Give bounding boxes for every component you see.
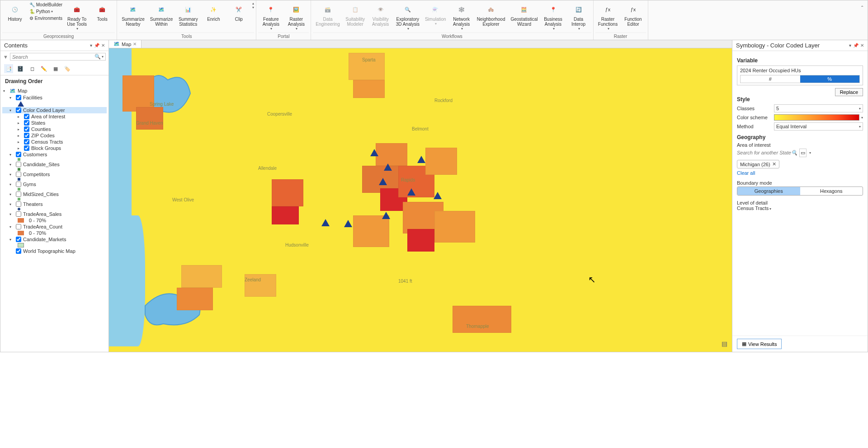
facility-marker[interactable]: [384, 163, 392, 171]
remove-chip-icon[interactable]: ✕: [772, 161, 776, 167]
contents-search-input[interactable]: [12, 54, 94, 60]
search-icon[interactable]: 🔍: [94, 54, 101, 60]
sublayer-bgs[interactable]: ▸Block Groups: [2, 145, 107, 151]
layer-checkbox[interactable]: [24, 145, 29, 151]
facility-marker[interactable]: [382, 212, 390, 219]
facility-marker[interactable]: [417, 156, 425, 163]
percent-toggle[interactable]: %: [800, 75, 860, 83]
chevron-down-icon[interactable]: ▾: [102, 55, 104, 59]
environments-button[interactable]: ⚙ Environments: [28, 15, 64, 22]
data-engineering-button[interactable]: 🗃️Data Engineering: [313, 1, 342, 28]
facility-marker[interactable]: [434, 192, 442, 199]
classes-select[interactable]: 5▾: [774, 104, 863, 112]
neighborhood-button[interactable]: 🏘️Neighborhood Explorer: [474, 1, 508, 28]
symbol-cand-markets[interactable]: [2, 243, 107, 248]
raster-functions-button[interactable]: ƒxRaster Functions▾: [595, 1, 621, 33]
symbol-customers[interactable]: [2, 158, 107, 161]
view-results-button[interactable]: ▦View Results: [737, 339, 782, 349]
map-extent-icon[interactable]: ▭: [799, 149, 807, 157]
panel-pin-icon[interactable]: 📌: [853, 43, 859, 48]
visibility-button[interactable]: 👁️Visibility Analysis: [368, 1, 393, 28]
layer-checkbox[interactable]: [24, 114, 29, 119]
chevron-down-icon[interactable]: ▾: [252, 5, 254, 9]
clear-all-link[interactable]: Clear all: [737, 170, 755, 176]
panel-close-icon[interactable]: ✕: [101, 43, 105, 48]
summarize-nearby-button[interactable]: 🗺️Summarize Nearby: [119, 1, 147, 28]
layer-basemap[interactable]: World Topographic Map: [2, 248, 107, 254]
clip-button[interactable]: ✂️Clip: [226, 1, 251, 23]
facility-marker[interactable]: [379, 178, 387, 185]
ribbon-collapse-icon[interactable]: ⌃: [860, 5, 864, 10]
chevron-down-icon[interactable]: ▾: [809, 151, 811, 155]
map-tab[interactable]: 🗺️ Map ✕: [109, 40, 142, 48]
layer-theaters[interactable]: ▾Theaters: [2, 201, 107, 207]
modelbuilder-button[interactable]: 🔧 ModelBuilder: [28, 1, 64, 8]
layer-checkbox[interactable]: [16, 201, 21, 207]
symbol-theaters[interactable]: [2, 207, 107, 211]
list-by-snapping-icon[interactable]: ▦: [51, 64, 60, 73]
list-by-editing-icon[interactable]: ✏️: [39, 64, 48, 73]
feature-analysis-button[interactable]: 📍Feature Analysis▾: [258, 1, 283, 33]
symbol-midcities[interactable]: [2, 197, 107, 201]
layer-checkbox[interactable]: [16, 172, 21, 177]
symbol-gyms[interactable]: [2, 187, 107, 191]
navigator-icon[interactable]: ▤: [722, 340, 727, 347]
tools-button[interactable]: 🧰 Tools: [90, 1, 115, 23]
facility-marker[interactable]: [321, 219, 330, 226]
color-scheme-picker[interactable]: [774, 114, 859, 121]
layer-checkbox[interactable]: [24, 133, 29, 138]
geostatistical-button[interactable]: 🧮Geostatistical Wizard: [508, 1, 540, 28]
network-analysis-button[interactable]: 🕸️Network Analysis▾: [449, 1, 474, 33]
lod-select[interactable]: Census Tracts▾: [737, 205, 863, 211]
suitability-button[interactable]: 📋Suitability Modeler: [343, 1, 368, 28]
layer-ta-count[interactable]: ▾TradeArea_Count: [2, 224, 107, 230]
sublayer-states[interactable]: ▸States: [2, 120, 107, 126]
facility-marker[interactable]: [407, 188, 415, 196]
data-interop-button[interactable]: 🔄Data Interop▾: [566, 1, 591, 33]
hexagons-option[interactable]: Hexagons: [800, 187, 863, 195]
close-icon[interactable]: ✕: [133, 42, 137, 47]
layer-checkbox[interactable]: [16, 162, 21, 167]
symbol-facilities[interactable]: [2, 101, 107, 107]
list-by-labeling-icon[interactable]: 🏷️: [63, 64, 72, 73]
layer-competitors[interactable]: ▾Competitors: [2, 171, 107, 177]
panel-pin-icon[interactable]: 📌: [94, 43, 99, 48]
summarize-within-button[interactable]: 🗺️Summarize Within: [147, 1, 176, 28]
layer-checkbox[interactable]: [24, 120, 29, 126]
layer-midcities[interactable]: ▾MidSized_Cities: [2, 191, 107, 197]
sublayer-counties[interactable]: ▸Counties: [2, 126, 107, 132]
map-canvas[interactable]: Sparta Rockford Grand Haven Spring Lake …: [109, 48, 732, 352]
layer-checkbox[interactable]: [24, 139, 29, 145]
layer-color-coded[interactable]: ▾Color Coded Layer: [2, 107, 107, 113]
layer-checkbox[interactable]: [16, 95, 21, 100]
aoi-search[interactable]: Search for another State🔍: [737, 150, 797, 156]
count-toggle[interactable]: #: [741, 75, 800, 83]
layer-checkbox[interactable]: [16, 107, 21, 113]
geographies-option[interactable]: Geographies: [737, 187, 800, 195]
layer-facilities[interactable]: ▾Facilities: [2, 94, 107, 101]
replace-button[interactable]: Replace: [835, 88, 863, 96]
ready-tools-button[interactable]: 🧰 Ready To Use Tools▾: [64, 1, 90, 33]
layer-checkbox[interactable]: [16, 211, 21, 217]
method-select[interactable]: Equal Interval▾: [774, 122, 863, 131]
enrich-button[interactable]: ✨Enrich: [201, 1, 226, 23]
sublayer-zips[interactable]: ▸ZIP Codes: [2, 132, 107, 139]
panel-close-icon[interactable]: ✕: [860, 43, 864, 48]
layer-gyms[interactable]: ▾Gyms: [2, 181, 107, 187]
layer-checkbox[interactable]: [16, 237, 21, 242]
simulation-button[interactable]: ⚗️Simulation▾: [422, 1, 449, 28]
raster-analysis-button[interactable]: 🖼️Raster Analysis▾: [283, 1, 309, 33]
symbol-ta-sales[interactable]: 0 - 70%: [2, 217, 107, 224]
chevron-down-icon[interactable]: ▾: [861, 116, 863, 120]
layer-checkbox[interactable]: [16, 191, 21, 197]
map-node[interactable]: ▾🗺️Map: [2, 87, 107, 94]
layer-customers[interactable]: ▾Customers: [2, 151, 107, 158]
facility-marker[interactable]: [344, 220, 352, 227]
symbol-ta-count[interactable]: 0 - 70%: [2, 230, 107, 236]
layer-checkbox[interactable]: [16, 224, 21, 229]
history-button[interactable]: 🕓 History: [2, 1, 28, 23]
layer-checkbox[interactable]: [16, 152, 21, 157]
sublayer-tracts[interactable]: ▸Census Tracts: [2, 139, 107, 145]
contents-search[interactable]: 🔍 ▾: [10, 53, 106, 61]
python-button[interactable]: 🐍 Python▾: [28, 8, 64, 15]
